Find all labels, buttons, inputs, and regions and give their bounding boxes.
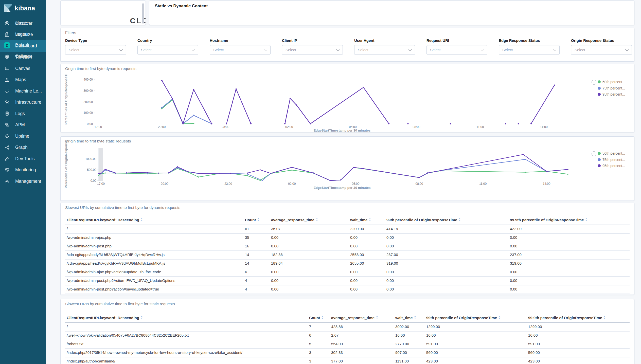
uri-cell: / [67,227,68,231]
client-ip-select[interactable]: Select... [282,45,343,55]
column-header-wait-time[interactable]: wait_time [395,316,416,320]
legend-item-50th-percent[interactable]: 50th percent... [598,151,634,155]
sort-icon[interactable] [376,316,378,319]
legend-item-75th-percent[interactable]: 75th percent... [598,86,634,90]
table-row: /cdn-cgi/apps/head/xVgyKhR-vV3dAUGhMqfBc… [65,259,630,268]
sort-icon[interactable] [141,316,143,319]
sort-icon[interactable] [322,316,324,319]
value-cell: 0.00 [510,244,517,248]
column-header-count[interactable]: Count [245,218,259,222]
value-cell: 4 [245,278,247,283]
column-header-99-9th-percentile-of-originresponsetime[interactable]: 99.9th percentile of OriginResponseTime [510,218,587,222]
svg-text:23:00: 23:00 [224,182,232,186]
value-cell: 560.00 [426,350,438,355]
value-cell: 3 [309,350,311,355]
legend-label: 50th percent... [602,151,625,155]
filter-group-request-uri: Request URISelect... [426,38,487,55]
value-cell: 14 [245,261,249,265]
chevron-down-icon [408,48,412,51]
legend-item-95th-percent[interactable]: 95th percent... [598,164,634,168]
value-cell: 0.00 [386,287,394,291]
device-type-select[interactable]: Select... [65,45,126,55]
filter-label-hostname: Hostname [210,38,271,43]
table-row: /7428.863002.001299.001299.00 [65,322,630,332]
uri-cell: /cdn-cgi/apps/body/3Lh52SjWTQ4HRlErJykHq… [67,252,165,257]
filter-group-hostname: HostnameSelect... [210,38,271,55]
sort-icon[interactable] [603,316,606,319]
legend-item-95th-percent[interactable]: 95th percent... [598,92,634,96]
edge-response-status-select[interactable]: Select... [499,45,560,55]
legend-toggle-button[interactable]: › [592,151,596,156]
column-header-99-9th-percentile-of-originresponsetime[interactable]: 99.9th percentile of OriginResponseTime [528,316,606,320]
sort-icon[interactable] [585,218,587,221]
uri-cell: /cdn-cgi/apps/head/xVgyKhR-vV3dAUGhMqfBc… [67,261,165,265]
legend-color-dot [598,158,601,161]
uri-cell: /wp-admin/admin-post.php [67,244,112,248]
svg-text:14:00: 14:00 [540,125,548,129]
column-header-average-response-time[interactable]: average_response_time [331,316,378,320]
sort-icon[interactable] [414,316,416,319]
svg-text:0.00: 0.00 [87,122,93,126]
value-cell: 0.00 [386,235,394,240]
value-cell: 7 [309,324,311,329]
filters-panel-label: Filters [65,31,76,35]
hostname-select[interactable]: Select... [210,45,271,55]
column-header-clientrequesturi-keyword-descending[interactable]: ClientRequestURI.keyword: Descending [67,218,143,222]
sort-icon[interactable] [257,218,259,221]
value-cell: 6 [309,333,311,337]
country-select[interactable]: Select... [137,45,198,55]
logo-panel-scrollbar[interactable] [142,3,144,24]
sort-icon[interactable] [459,218,461,221]
origin-response-status-select[interactable]: Select... [571,45,632,55]
sort-icon[interactable] [498,316,501,319]
user-agent-select[interactable]: Select... [354,45,415,55]
column-header-clientrequesturi-keyword-descending[interactable]: ClientRequestURI.keyword: Descending [67,316,143,320]
column-header-count[interactable]: Count [309,316,324,320]
uri-cell: /wp-admin/admin-post.php?Action=EWD_UFAQ… [67,278,175,283]
column-header-99th-percentile-of-originresponsetime[interactable]: 99th percentile of OriginResponseTime [386,218,461,222]
chart-legend-dynamic: ›50th percent...75th percent...95th perc… [598,80,634,99]
svg-text:Percentiles of OriginResponseT: Percentiles of OriginResponseTi [64,74,68,125]
legend-color-dot [598,164,601,167]
svg-text:EdgeStartTimestamp per 30 minu: EdgeStartTimestamp per 30 minutes [313,129,370,132]
column-header-average-response-time[interactable]: average_response_time [271,218,318,222]
sidebar-item-default[interactable]: DDefault [0,40,46,51]
value-cell: 428.86 [331,324,343,329]
table-row: /wp-admin/admin-ajax.php350.000.000.000.… [65,233,630,242]
sort-icon[interactable] [316,218,318,221]
column-header-99th-percentile-of-originresponsetime[interactable]: 99th percentile of OriginResponseTime [426,316,501,320]
kibana-logo[interactable]: kibana [0,2,46,14]
value-cell: 36.07 [271,227,281,231]
filter-label-country: Country [137,38,198,43]
sidebar-footer-items: elasticLogoutDDefaultCollapse [0,18,46,362]
value-cell: 0.00 [271,278,278,283]
svg-text:05:00: 05:00 [349,125,357,129]
value-cell: 0.00 [350,235,358,240]
dynamic-requests-line-chart: 0.00100.00200.00300.00400.0017:0020:0023… [61,64,634,132]
svg-text:11:00: 11:00 [476,125,484,129]
sort-icon[interactable] [369,218,371,221]
value-cell: 189.64 [271,261,283,265]
sidebar-item-elastic[interactable]: elastic [0,18,46,29]
column-header-wait-time[interactable]: wait_time [350,218,371,222]
select-placeholder: Select... [502,48,516,52]
value-cell: 61 [245,227,249,231]
chevron-down-icon [481,48,484,51]
svg-text:20:00: 20:00 [161,182,168,186]
request-uri-select[interactable]: Select... [426,45,487,55]
uri-cell: /wp-admin/admin-post.php?action=save&upd… [67,287,159,291]
legend-item-50th-percent[interactable]: 50th percent... [598,80,634,84]
sidebar-item-collapse[interactable]: Collapse [0,51,46,62]
value-cell: 2770.00 [395,342,409,346]
sidebar-item-logout[interactable]: Logout [0,29,46,40]
value-cell: 1131.00 [395,359,409,363]
legend-toggle-button[interactable]: › [592,80,596,85]
filter-label-request-uri: Request URI [426,38,487,43]
sort-icon[interactable] [141,218,143,221]
filter-group-origin-response-status: Origin Response StatusSelect... [571,38,632,55]
value-cell: 1299.00 [426,324,440,329]
svg-text:200.00: 200.00 [83,100,93,104]
legend-item-75th-percent[interactable]: 75th percent... [598,158,634,162]
value-cell: 16 [245,244,249,248]
cloudflare-cloud-icon [137,2,146,16]
